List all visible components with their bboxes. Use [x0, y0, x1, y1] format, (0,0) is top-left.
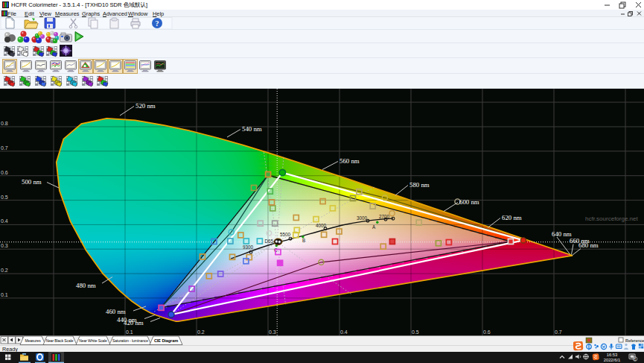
svg-text:0.1: 0.1: [126, 329, 133, 335]
svg-text:0.5: 0.5: [1, 195, 8, 200]
svg-text:0.2: 0.2: [1, 268, 8, 273]
svg-text:Measures: Measures: [25, 338, 41, 343]
svg-text:640 nm: 640 nm: [552, 230, 572, 238]
svg-text:620 nm: 620 nm: [502, 214, 522, 221]
svg-text:0.1: 0.1: [1, 292, 8, 297]
svg-text:3000: 3000: [357, 215, 368, 221]
svg-text:?: ?: [156, 19, 159, 28]
svg-text:0.7: 0.7: [555, 329, 562, 335]
svg-text:460 nm: 460 nm: [106, 308, 126, 315]
svg-text:2700: 2700: [379, 214, 390, 219]
svg-text:1: 1: [634, 357, 637, 362]
svg-text:520 nm: 520 nm: [136, 102, 156, 110]
svg-text:5500: 5500: [280, 232, 291, 237]
svg-text:0.7: 0.7: [1, 145, 8, 151]
svg-text:0.6: 0.6: [1, 170, 8, 175]
svg-text:Near White Scale: Near White Scale: [79, 338, 107, 343]
svg-text:500 nm: 500 nm: [22, 178, 42, 186]
svg-text:B: B: [302, 238, 305, 243]
svg-text:600 nm: 600 nm: [459, 198, 479, 206]
svg-text:2022/6/1: 2022/6/1: [604, 358, 621, 362]
svg-text:9300: 9300: [243, 244, 254, 250]
svg-text:0.5: 0.5: [412, 329, 419, 335]
svg-text:Saturation - luminance: Saturation - luminance: [112, 338, 148, 343]
svg-text:hcfr.sourceforge.net: hcfr.sourceforge.net: [585, 215, 638, 222]
svg-text:CIE Diagram: CIE Diagram: [154, 338, 178, 343]
svg-text:540 nm: 540 nm: [242, 125, 262, 133]
svg-text:16:53: 16:53: [607, 353, 618, 357]
svg-text:0.3: 0.3: [269, 329, 276, 335]
svg-text:Near Black Scale: Near Black Scale: [46, 338, 74, 343]
svg-text:0.4: 0.4: [1, 218, 8, 224]
svg-text:580 nm: 580 nm: [409, 181, 430, 189]
svg-text:0.3: 0.3: [1, 243, 8, 248]
svg-text:0.4: 0.4: [340, 329, 348, 335]
svg-text:560 nm: 560 nm: [339, 157, 360, 165]
svg-text:0.6: 0.6: [483, 329, 491, 335]
svg-text:420 nm: 420 nm: [124, 319, 144, 326]
svg-text:0.2: 0.2: [197, 329, 205, 335]
svg-text:680 nm: 680 nm: [578, 242, 599, 249]
svg-text:4000: 4000: [316, 223, 327, 228]
svg-text:D65: D65: [265, 239, 274, 244]
svg-text:0.8: 0.8: [1, 121, 8, 126]
svg-text:480 nm: 480 nm: [76, 282, 96, 289]
